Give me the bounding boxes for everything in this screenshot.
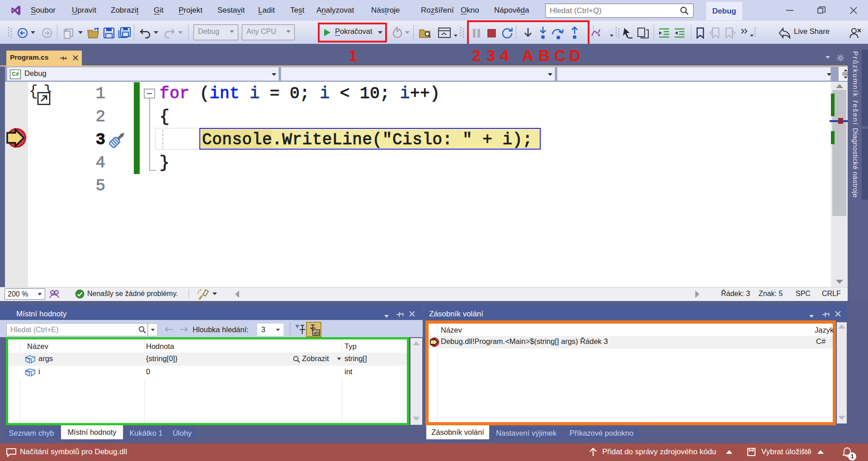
svg-text:ab: ab (314, 330, 319, 335)
